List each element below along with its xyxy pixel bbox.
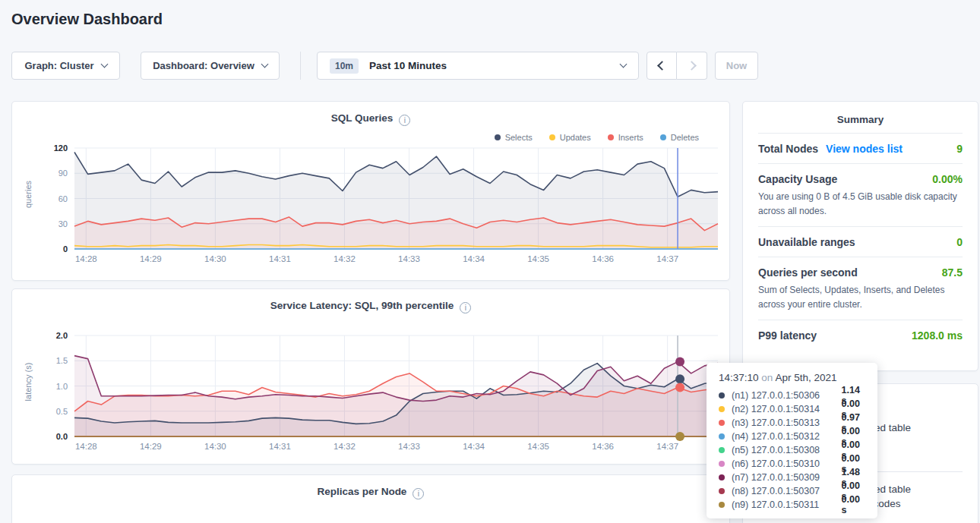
- series-color-dot: [719, 474, 725, 480]
- time-next-button[interactable]: [677, 52, 707, 80]
- svg-text:60: 60: [58, 194, 68, 203]
- tooltip-timestamp: 14:37:10 on Apr 5th, 2021: [719, 372, 867, 383]
- series-color-dot: [719, 420, 725, 426]
- series-color-dot: [719, 461, 725, 467]
- tooltip-time: 14:37:10: [719, 372, 759, 383]
- legend-label: Inserts: [618, 133, 643, 142]
- unavailable-ranges-label: Unavailable ranges: [758, 236, 855, 248]
- tooltip-node-address: (n7) 127.0.0.1:50309: [732, 472, 842, 483]
- svg-text:90: 90: [58, 169, 68, 178]
- qps-label: Queries per second: [758, 266, 858, 279]
- legend-item: Updates: [549, 133, 591, 142]
- svg-text:1.5: 1.5: [56, 356, 68, 365]
- svg-text:30: 30: [58, 219, 68, 228]
- series-color-dot: [719, 447, 725, 453]
- svg-text:0.0: 0.0: [56, 432, 68, 441]
- toolbar-divider: [300, 52, 301, 80]
- series-color-dot: [719, 433, 725, 440]
- legend-color-dot: [660, 134, 666, 140]
- legend-item: Deletes: [660, 133, 699, 142]
- svg-text:14:37: 14:37: [656, 442, 678, 451]
- svg-text:0.5: 0.5: [56, 407, 68, 416]
- svg-text:14:32: 14:32: [334, 254, 356, 263]
- replicas-per-node-card: Replicas per Nodei: [11, 474, 730, 523]
- chevron-right-icon: [687, 61, 697, 71]
- capacity-description: You are using 0 B of 4.5 GiB usable disk…: [758, 190, 963, 218]
- sql-queries-card: SQL Queriesi SelectsUpdatesInsertsDelete…: [11, 101, 730, 281]
- sql-queries-chart[interactable]: 030609012014:2814:2914:3014:3114:3214:33…: [24, 144, 719, 266]
- svg-text:14:28: 14:28: [75, 442, 97, 451]
- sql-queries-title-text: SQL Queries: [331, 112, 394, 124]
- svg-text:14:33: 14:33: [398, 442, 420, 451]
- replicas-title-text: Replicas per Node: [318, 486, 407, 497]
- tooltip-on: on: [761, 372, 773, 383]
- dashboard-dropdown-label: Dashboard: Overview: [153, 60, 254, 71]
- graph-dropdown-label: Graph: Cluster: [24, 60, 93, 71]
- tooltip-row: (n9) 127.0.0.1:503110.00 s: [719, 498, 867, 512]
- info-icon[interactable]: i: [399, 115, 410, 126]
- view-nodes-list-link[interactable]: View nodes list: [826, 143, 903, 155]
- svg-text:14:37: 14:37: [656, 254, 678, 263]
- svg-text:14:36: 14:36: [592, 442, 614, 451]
- summary-row-total-nodes: Total Nodes View nodes list 9: [758, 133, 963, 163]
- page-title: Overview Dashboard: [11, 11, 163, 28]
- info-icon[interactable]: i: [460, 302, 471, 313]
- qps-value: 87.5: [942, 266, 963, 279]
- tooltip-node-address: (n6) 127.0.0.1:50310: [732, 458, 842, 469]
- svg-text:14:30: 14:30: [204, 254, 226, 263]
- svg-text:14:29: 14:29: [140, 442, 162, 451]
- time-prev-button[interactable]: [646, 52, 677, 80]
- series-color-dot: [719, 406, 725, 412]
- capacity-label: Capacity Usage: [758, 173, 837, 185]
- chart-hover-tooltip: 14:37:10 on Apr 5th, 2021 (n1) 127.0.0.1…: [707, 363, 877, 518]
- summary-panel: Summary Total Nodes View nodes list 9 Ca…: [742, 101, 978, 371]
- sql-queries-legend: SelectsUpdatesInsertsDeletes: [495, 133, 699, 142]
- chevron-down-icon: [261, 61, 268, 68]
- time-range-badge: 10m: [330, 58, 359, 74]
- chevron-left-icon: [657, 61, 667, 71]
- graph-dropdown[interactable]: Graph: Cluster: [11, 52, 120, 80]
- svg-text:14:31: 14:31: [269, 442, 291, 451]
- svg-text:14:36: 14:36: [592, 254, 614, 263]
- svg-text:14:34: 14:34: [463, 442, 485, 451]
- dashboard-dropdown[interactable]: Dashboard: Overview: [141, 52, 280, 80]
- time-range-dropdown[interactable]: 10m Past 10 Minutes: [317, 52, 639, 80]
- info-icon[interactable]: i: [413, 488, 424, 499]
- tooltip-node-value: 0.00 s: [842, 494, 868, 515]
- tooltip-rows: (n1) 127.0.0.1:503061.14 s(n2) 127.0.0.1…: [719, 389, 867, 512]
- svg-text:120: 120: [54, 144, 68, 153]
- tooltip-node-address: (n4) 127.0.0.1:50312: [732, 431, 842, 442]
- capacity-value: 0.00%: [932, 173, 963, 185]
- svg-text:14:35: 14:35: [527, 442, 549, 451]
- unavailable-ranges-value: 0: [956, 236, 963, 248]
- legend-color-dot: [495, 134, 501, 140]
- series-color-dot: [719, 488, 725, 494]
- summary-row-qps: Queries per second 87.5 Sum of Selects, …: [758, 257, 963, 320]
- svg-text:14:28: 14:28: [75, 254, 97, 263]
- replicas-title: Replicas per Nodei: [12, 486, 729, 499]
- summary-title: Summary: [758, 114, 963, 125]
- svg-text:14:30: 14:30: [204, 442, 226, 451]
- service-latency-title-text: Service Latency: SQL, 99th percentile: [270, 300, 454, 311]
- summary-row-p99: P99 latency 1208.0 ms: [758, 320, 963, 350]
- sql-queries-title: SQL Queriesi: [12, 112, 729, 126]
- tooltip-node-address: (n3) 127.0.0.1:50313: [732, 417, 842, 428]
- p99-latency-label: P99 latency: [758, 329, 817, 342]
- legend-color-dot: [608, 134, 614, 140]
- time-nav-group: [646, 52, 707, 80]
- chevron-down-icon: [100, 61, 108, 68]
- service-latency-chart[interactable]: 0.00.51.01.52.014:2814:2914:3014:3114:32…: [24, 332, 719, 453]
- svg-text:14:31: 14:31: [269, 254, 291, 263]
- total-nodes-label: Total Nodes: [758, 143, 818, 155]
- tooltip-node-address: (n1) 127.0.0.1:50306: [732, 390, 842, 401]
- series-color-dot: [719, 502, 725, 508]
- qps-description: Sum of Selects, Updates, Inserts, and De…: [758, 283, 963, 311]
- summary-row-capacity: Capacity Usage 0.00% You are using 0 B o…: [758, 163, 963, 226]
- summary-row-unavailable: Unavailable ranges 0: [758, 226, 963, 257]
- total-nodes-value: 9: [956, 143, 963, 155]
- legend-item: Inserts: [608, 133, 643, 142]
- svg-text:0: 0: [63, 244, 68, 254]
- legend-label: Selects: [505, 133, 533, 142]
- svg-text:1.0: 1.0: [56, 382, 68, 391]
- now-button[interactable]: Now: [715, 52, 758, 80]
